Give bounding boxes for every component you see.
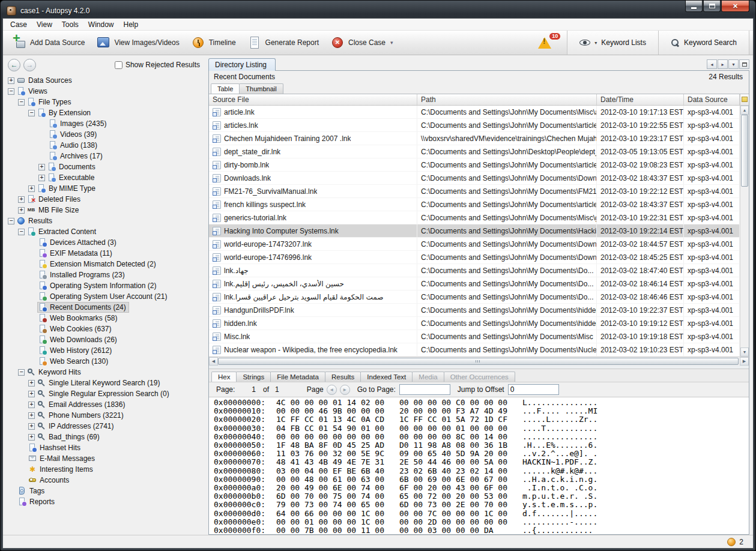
table-row[interactable]: articles.lnkC:\Documents and Settings\Jo… (209, 119, 740, 132)
toolbar-button-timeline[interactable]: Timeline (186, 31, 242, 55)
tree-item-email-addresses-1836[interactable]: +Email Addresses (1836) (7, 399, 205, 410)
scroll-right-button[interactable]: ▶ (740, 357, 749, 366)
tree-item-extracted-content[interactable]: −Extracted Content (7, 226, 205, 237)
tree-item-interesting-items[interactable]: Interesting Items (7, 464, 205, 475)
expander-plus-icon[interactable]: + (18, 207, 25, 214)
menu-item-help[interactable]: Help (119, 19, 144, 30)
toolbar-button-view-images-videos[interactable]: View Images/Videos (91, 31, 185, 55)
expander-minus-icon[interactable]: − (28, 110, 35, 116)
tab-indexed-text[interactable]: Indexed Text (360, 372, 413, 382)
expander-plus-icon[interactable]: + (28, 434, 35, 441)
warning-indicator[interactable]: ! 10 (534, 31, 567, 55)
tree-item-web-downloads-26[interactable]: Web Downloads (26) (7, 334, 205, 345)
table-row[interactable]: article.lnkC:\Documents and Settings\Joh… (209, 106, 740, 119)
tree-item-tags[interactable]: Tags (7, 486, 205, 496)
tree-item-mb-file-size[interactable]: +MB File Size (7, 205, 205, 215)
table-row[interactable]: world-europe-17473207.lnkC:\Documents an… (209, 238, 740, 251)
forward-button[interactable]: → (23, 59, 36, 71)
tree-item-web-search-130[interactable]: Web Search (130) (7, 356, 205, 367)
table-row[interactable]: Misc.lnkC:\Documents and Settings\John\M… (209, 330, 740, 343)
expander-minus-icon[interactable]: − (18, 369, 25, 376)
table-row[interactable]: dirty-bomb.lnkC:\Documents and Settings\… (209, 158, 740, 172)
vertical-scrollbar[interactable]: ▲ ▼ (740, 106, 749, 357)
tree-item-reports[interactable]: Reports (7, 496, 205, 507)
back-button[interactable]: ← (8, 59, 20, 71)
scroll-tabs-right-button[interactable]: ▸ (718, 59, 728, 69)
progress-indicator-icon[interactable] (727, 538, 736, 546)
view-tab-table[interactable]: Table (211, 83, 240, 94)
tree-item-documents[interactable]: +Documents (7, 161, 205, 172)
tree-item-ip-addresses-2741[interactable]: +IP Addresses (2741) (7, 421, 205, 432)
tree-item-web-bookmarks-58[interactable]: Web Bookmarks (58) (7, 313, 205, 324)
tab-directory-listing[interactable]: Directory Listing (208, 58, 276, 71)
horizontal-scrollbar[interactable]: ◀ ▶ (209, 357, 749, 366)
tree-item-keyword-hits[interactable]: −Keyword Hits (7, 367, 205, 378)
table-row[interactable]: lnk.حسين الأسدي، الخميس، رئيس إقليمC:\Do… (209, 277, 740, 291)
expander-minus-icon[interactable]: − (8, 218, 14, 224)
next-page-button[interactable]: ► (340, 385, 350, 395)
expander-plus-icon[interactable]: + (8, 77, 14, 84)
table-row[interactable]: Downloads.lnkC:\Documents and Settings\J… (209, 172, 740, 185)
expander-minus-icon[interactable]: − (18, 229, 25, 235)
menu-item-view[interactable]: View (32, 19, 57, 30)
table-row[interactable]: lnk.جهادC:\Documents and Settings\John\M… (209, 264, 740, 277)
table-row[interactable]: Nuclear weapon - Wikipedia, the free enc… (209, 343, 740, 357)
tree-item-single-regular-expression-search-0[interactable]: +Single Regular Expression Search (0) (7, 388, 205, 399)
table-row[interactable]: generics-tutorial.lnkC:\Documents and Se… (209, 211, 740, 224)
horizontal-scroll-track[interactable] (218, 357, 740, 366)
tree-item-hashset-hits[interactable]: Hashset Hits (7, 442, 205, 453)
table-row[interactable]: Hacking Into Computer Systems.lnkC:\Docu… (209, 224, 740, 238)
tree-item-extension-mismatch-detected-2[interactable]: Extension Mismatch Detected (2) (7, 259, 205, 269)
table-row[interactable]: FM21-76_SurvivalManual.lnkC:\Documents a… (209, 185, 740, 198)
tree-item-web-history-2612[interactable]: Web History (2612) (7, 345, 205, 356)
tab-results[interactable]: Results (325, 372, 361, 382)
tree-item-images-2435[interactable]: Images (2435) (7, 118, 205, 129)
vertical-scroll-track[interactable] (740, 115, 749, 348)
table-row[interactable]: hidden.lnkC:\Documents and Settings\John… (209, 317, 740, 330)
expander-minus-icon[interactable]: − (8, 88, 14, 95)
goto-page-input[interactable] (399, 384, 450, 395)
table-settings-button[interactable] (740, 94, 749, 106)
tree-item-by-extension[interactable]: −By Extension (7, 107, 205, 118)
tree-item-operating-system-user-account-21[interactable]: Operating System User Account (21) (7, 291, 205, 302)
column-header-data-source[interactable]: Data Source (684, 94, 740, 105)
tab-file-metadata[interactable]: File Metadata (270, 372, 325, 382)
column-header-date-time[interactable]: Date/Time (597, 94, 684, 105)
title-bar[interactable]: case1 - Autopsy 4.2.0 ✕ (1, 1, 755, 19)
prev-page-button[interactable]: ◄ (327, 385, 337, 395)
expander-minus-icon[interactable]: − (18, 99, 25, 106)
vertical-scroll-thumb[interactable] (741, 115, 748, 187)
tree-item-installed-programs-23[interactable]: Installed Programs (23) (7, 269, 205, 280)
hex-content[interactable]: 0x00000000:4C 00 00 00 01 14 02 0000 00 … (209, 397, 749, 534)
scroll-left-button[interactable]: ◀ (209, 357, 218, 366)
tree-item-results[interactable]: −Results (7, 215, 205, 226)
tree-item-web-cookies-637[interactable]: Web Cookies (637) (7, 324, 205, 334)
table-row[interactable]: french killings suspect.lnkC:\Documents … (209, 198, 740, 211)
toolbar-button-close-case[interactable]: Close Case▾ (325, 31, 399, 55)
tree-item-audio-138[interactable]: Audio (138) (7, 140, 205, 151)
tree-item-operating-system-information-2[interactable]: Operating System Information (2) (7, 280, 205, 291)
tree-item-data-sources[interactable]: +Data Sources (7, 75, 205, 86)
column-header-source-file[interactable]: Source File (209, 94, 417, 105)
table-row[interactable]: dept_state_dir.lnkC:\Documents and Setti… (209, 145, 740, 158)
expander-plus-icon[interactable]: + (28, 391, 35, 397)
tree-item-by-mime-type[interactable]: +By MIME Type (7, 183, 205, 194)
expander-plus-icon[interactable]: + (18, 196, 25, 203)
minimize-button[interactable] (685, 1, 703, 12)
expander-plus-icon[interactable]: + (38, 175, 45, 181)
toolbar-button-generate-report[interactable]: Generate Report (242, 31, 325, 55)
menu-item-tools[interactable]: Tools (57, 19, 83, 30)
tree-item-views[interactable]: −Views (7, 86, 205, 97)
scroll-tabs-left-button[interactable]: ◂ (707, 59, 717, 69)
tree-item-file-types[interactable]: −File Types (7, 97, 205, 107)
tree-item-recent-documents-24[interactable]: Recent Documents (24) (7, 302, 205, 313)
tree-item-bad-things-69[interactable]: +Bad_things (69) (7, 432, 205, 442)
toolbar-button-add-data-source[interactable]: Add Data Source (7, 31, 91, 55)
menu-item-window[interactable]: Window (83, 19, 119, 30)
tree-item-archives-17[interactable]: Archives (17) (7, 151, 205, 161)
table-row[interactable]: HandgunDrillsPDF.lnkC:\Documents and Set… (209, 304, 740, 317)
tree-item-single-literal-keyword-search-19[interactable]: +Single Literal Keyword Search (19) (7, 378, 205, 388)
tree-item-videos-39[interactable]: Videos (39) (7, 129, 205, 140)
expander-plus-icon[interactable]: + (28, 402, 35, 408)
horizontal-scroll-thumb[interactable] (218, 358, 739, 365)
